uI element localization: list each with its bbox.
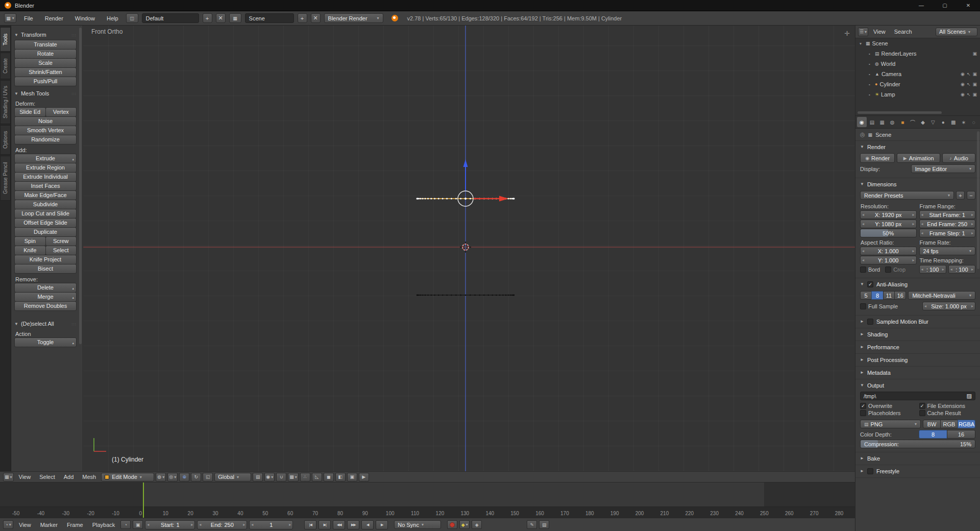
occlude-geometry-toggle[interactable]: ◧ — [335, 473, 346, 481]
tool-button[interactable]: Spin — [14, 236, 46, 246]
expander-dot-icon[interactable]: • — [869, 62, 873, 66]
current-frame-field[interactable]: 1 — [249, 520, 293, 529]
jump-to-end-button[interactable]: ▶| — [318, 520, 331, 529]
aa-samples-8-button[interactable]: 8 — [871, 291, 883, 300]
transform-panel-header[interactable]: ▼ Transform ::: — [14, 30, 77, 39]
add-preset-button[interactable]: + — [956, 191, 965, 200]
editor-type-button[interactable]: ▦▾ — [3, 473, 14, 481]
tool-button[interactable]: Offset Edge Slide — [14, 218, 77, 228]
expander-dot-icon[interactable]: • — [869, 82, 873, 87]
timeline-editor-type-button[interactable]: ◔▾ — [3, 520, 13, 529]
render-button[interactable]: ◉ Render — [860, 153, 895, 163]
tool-button[interactable]: Knife Project — [14, 255, 77, 264]
placeholders-checkbox[interactable]: ✓ — [860, 410, 866, 416]
sync-mode-dropdown[interactable]: No Sync ▾ — [394, 520, 441, 529]
menu-playback[interactable]: Playback — [89, 522, 119, 528]
particles-tab[interactable]: ∗ — [959, 117, 968, 127]
renderability-icon[interactable]: ▣ — [972, 82, 977, 87]
panel-drag-dots-icon[interactable]: ::: — [71, 33, 77, 37]
snap-element-dropdown[interactable]: ▩▾ — [288, 473, 299, 481]
render-layers-tab[interactable]: ▤ — [867, 117, 877, 127]
tool-button[interactable]: Extrude Individual — [14, 172, 77, 182]
renderability-icon[interactable]: ▣ — [972, 92, 977, 97]
constraints-tab[interactable]: ⌒ — [908, 117, 918, 127]
opengl-render-button[interactable]: ▣ — [347, 473, 357, 481]
modifiers-tab[interactable]: ◆ — [918, 117, 928, 127]
material-tab[interactable]: ● — [938, 117, 948, 127]
maximize-button[interactable]: ▢ — [933, 0, 957, 11]
tool-button[interactable]: Randomize — [14, 135, 77, 144]
resolution-y-field[interactable]: Y: 1080 px — [860, 220, 917, 228]
outliner-editor-type-button[interactable]: ☰▾ — [858, 28, 868, 36]
jump-to-start-button[interactable]: |◀ — [304, 520, 316, 529]
start-frame-field[interactable]: Start: 1 — [145, 520, 195, 529]
texture-tab[interactable]: ▩ — [948, 117, 958, 127]
action-dropdown[interactable]: Toggle ▴▾ — [14, 337, 77, 347]
bw-button[interactable]: BW — [923, 420, 941, 428]
aspect-x-field[interactable]: X: 1.000 — [860, 247, 917, 255]
full-sample-checkbox[interactable]: ✓ — [860, 303, 866, 309]
manipulator-scale-toggle[interactable]: ◱ — [203, 473, 213, 481]
opengl-render-anim-button[interactable]: ▶ — [359, 473, 369, 481]
world-tab[interactable]: ◍ — [888, 117, 897, 127]
delete-menu-button[interactable]: Delete ▴▾ — [14, 283, 77, 293]
outliner-filter-dropdown[interactable]: All Scenes ▾ — [936, 28, 977, 36]
tool-button[interactable]: Push/Pull — [14, 77, 77, 86]
tool-button[interactable]: Shrink/Fatten — [14, 67, 77, 77]
selectability-icon[interactable]: ↖ — [967, 92, 971, 97]
delete-scene-button[interactable]: ✕ — [311, 13, 321, 23]
auto-keyframe-toggle[interactable] — [447, 520, 457, 529]
play-reverse-button[interactable]: ◀ — [361, 520, 374, 529]
end-frame-field[interactable]: End: 250 — [197, 520, 247, 529]
aa-samples-16-button[interactable]: 16 — [894, 291, 906, 300]
toolshelf-scrollbar[interactable] — [79, 28, 82, 344]
manipulator-rotate-toggle[interactable]: ↻ — [191, 473, 201, 481]
tool-button[interactable]: Slide Ed — [14, 107, 46, 117]
aa-size-field[interactable]: Size: 1.000 px — [922, 302, 975, 310]
renderability-icon[interactable]: ▣ — [972, 51, 977, 56]
tool-button[interactable]: Translate — [14, 40, 77, 50]
outliner-hscrollbar[interactable] — [857, 111, 942, 114]
border-checkbox[interactable]: ✓ — [860, 267, 866, 273]
keying-set-dropdown[interactable]: ◆▾ — [459, 520, 470, 529]
object-data-tab[interactable]: ▽ — [928, 117, 938, 127]
panel-header[interactable]: ► ✓ Sampled Motion Blur — [860, 316, 975, 327]
extrude-menu-button[interactable]: Extrude ▴▾ — [14, 154, 77, 163]
close-button[interactable]: ✕ — [957, 0, 980, 11]
tool-button[interactable]: Rotate — [14, 49, 77, 59]
render-audio-button[interactable]: ♪ Audio — [942, 153, 975, 163]
timeline-strip[interactable] — [0, 482, 855, 506]
selectability-icon[interactable]: ↖ — [967, 71, 971, 77]
panel-drag-dots-icon[interactable]: ::: — [71, 91, 77, 96]
resolution-percent-slider[interactable]: 50% — [860, 229, 917, 237]
add-layout-button[interactable]: + — [203, 13, 212, 23]
expander-dot-icon[interactable]: • — [869, 92, 873, 97]
outliner-item-cylinder[interactable]: • ● Cylinder ◉ ↖ ▣ — [855, 79, 980, 89]
scene-icon-button[interactable]: ▦ — [229, 13, 241, 23]
cache-result-checkbox[interactable]: ✓ — [919, 410, 925, 416]
start-frame-field[interactable]: Start Frame: 1 — [919, 210, 976, 219]
menu-view[interactable]: View — [870, 29, 889, 35]
render-tab[interactable]: ◉ — [857, 117, 867, 127]
remove-preset-button[interactable]: − — [967, 191, 975, 200]
visibility-eye-icon[interactable]: ◉ — [961, 92, 965, 97]
keying-edit-button[interactable]: ✎ — [527, 520, 537, 529]
tool-button[interactable]: Loop Cut and Slide — [14, 209, 77, 219]
outliner-item-renderlayers[interactable]: • ▤ RenderLayers ▣ — [855, 49, 980, 59]
menu-add[interactable]: Add — [60, 474, 78, 480]
menu-render[interactable]: Render — [41, 14, 67, 22]
render-presets-dropdown[interactable]: Render Presets ▾ — [860, 191, 954, 200]
tool-button[interactable]: Smooth Vertex — [14, 126, 77, 135]
delete-layout-button[interactable]: ✕ — [216, 13, 226, 23]
manipulator-translate-toggle[interactable]: ⊕ — [179, 473, 189, 481]
menu-view[interactable]: View — [15, 474, 35, 480]
menu-help[interactable]: Help — [103, 14, 122, 22]
freestyle-checkbox[interactable]: ✓ — [867, 468, 873, 474]
keying-options-button[interactable]: ▤ — [539, 520, 549, 529]
time-remap-old-field[interactable]: : 100 — [919, 265, 946, 274]
tool-button[interactable]: Subdivide — [14, 200, 77, 209]
transform-orientation-dropdown[interactable]: Global ▾ — [214, 473, 251, 481]
menu-search[interactable]: Search — [891, 29, 916, 35]
tool-button[interactable]: Noise — [14, 116, 77, 126]
previous-keyframe-button[interactable]: ◀◀ — [333, 520, 345, 529]
